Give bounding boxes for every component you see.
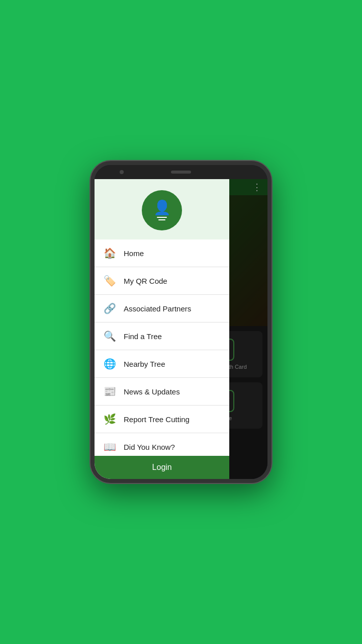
camera bbox=[120, 170, 124, 174]
find-a-tree-label: Find a Tree bbox=[124, 332, 162, 341]
avatar-person-icon: 👤 bbox=[153, 201, 171, 215]
my-qr-code-label: My QR Code bbox=[124, 277, 167, 285]
menu-item-news-updates[interactable]: 📰 News & Updates bbox=[95, 378, 229, 406]
report-tree-icon: 🌿 bbox=[103, 412, 117, 426]
nearby-tree-icon: 🌐 bbox=[103, 357, 117, 371]
news-icon: 📰 bbox=[103, 384, 117, 398]
avatar-line-2 bbox=[158, 219, 165, 220]
did-you-know-label: Did You Know? bbox=[124, 443, 175, 451]
login-button[interactable]: Login bbox=[102, 463, 222, 472]
avatar: 👤 bbox=[142, 190, 182, 230]
home-icon: 🏠 bbox=[103, 246, 117, 260]
nearby-tree-label: Nearby Tree bbox=[124, 360, 165, 368]
menu-item-home[interactable]: 🏠 Home bbox=[95, 239, 229, 267]
menu-item-report-tree-cutting[interactable]: 🌿 Report Tree Cutting bbox=[95, 406, 229, 433]
avatar-line-1 bbox=[157, 217, 167, 218]
speaker bbox=[171, 171, 191, 174]
did-you-know-icon: 📖 bbox=[103, 440, 117, 454]
nav-drawer: 👤 🏠 Home 🏷️ My QR Code 🔗 bbox=[95, 179, 229, 479]
qr-menu-icon: 🏷️ bbox=[103, 274, 117, 288]
phone-content: E ⋮ 📇 QR 💳 Green Wealth Card bbox=[95, 179, 267, 479]
news-updates-label: News & Updates bbox=[124, 387, 180, 396]
drawer-menu-list: 🏠 Home 🏷️ My QR Code 🔗 Associated Partne… bbox=[95, 239, 229, 456]
phone-top-bar bbox=[95, 165, 267, 179]
drawer-footer: Login bbox=[95, 456, 229, 479]
menu-item-my-qr-code[interactable]: 🏷️ My QR Code bbox=[95, 267, 229, 295]
report-tree-cutting-label: Report Tree Cutting bbox=[124, 415, 190, 424]
menu-item-associated-partners[interactable]: 🔗 Associated Partners bbox=[95, 295, 229, 323]
avatar-lines bbox=[157, 217, 167, 220]
menu-item-did-you-know[interactable]: 📖 Did You Know? bbox=[95, 433, 229, 456]
drawer-header: 👤 bbox=[95, 179, 229, 239]
partners-icon: 🔗 bbox=[103, 301, 117, 315]
phone-frame: E ⋮ 📇 QR 💳 Green Wealth Card bbox=[90, 161, 272, 483]
associated-partners-label: Associated Partners bbox=[124, 304, 191, 313]
menu-item-nearby-tree[interactable]: 🌐 Nearby Tree bbox=[95, 350, 229, 378]
home-label: Home bbox=[124, 249, 144, 258]
menu-item-find-a-tree[interactable]: 🔍 Find a Tree bbox=[95, 323, 229, 350]
find-tree-icon: 🔍 bbox=[103, 329, 117, 343]
